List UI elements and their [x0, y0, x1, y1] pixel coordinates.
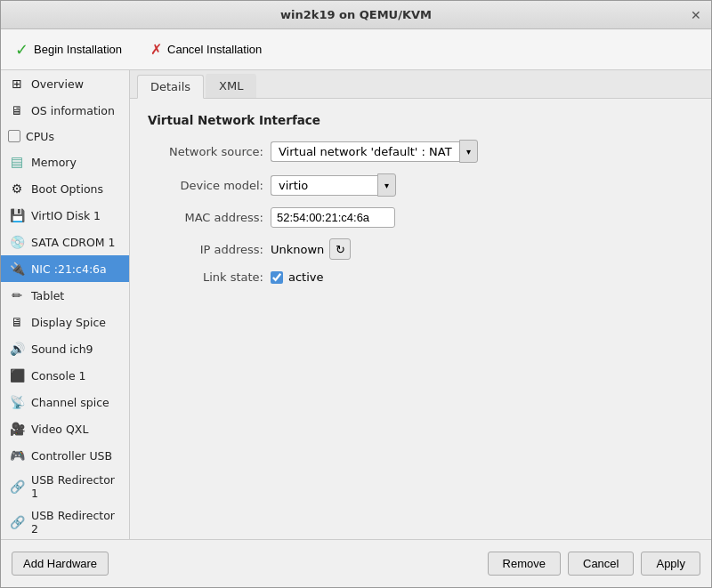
begin-installation-button[interactable]: ✓ Begin Installation: [10, 36, 127, 63]
sidebar-item-usb-redirector-2[interactable]: 🔗 USB Redirector 2: [1, 504, 129, 539]
sidebar-item-boot-options[interactable]: ⚙ Boot Options: [1, 175, 129, 202]
ip-refresh-button[interactable]: ↻: [329, 238, 351, 260]
cancel-installation-label: Cancel Installation: [167, 43, 262, 56]
cancel-button[interactable]: Cancel: [568, 552, 634, 576]
sidebar-item-label: Tablet: [31, 289, 64, 302]
ip-address-control: Unknown ↻: [271, 238, 351, 260]
toolbar: ✓ Begin Installation ✗ Cancel Installati…: [1, 29, 711, 70]
ip-address-label: IP address:: [148, 243, 263, 256]
mac-address-row: MAC address:: [148, 207, 693, 228]
link-state-control: active: [271, 270, 324, 284]
controller-icon: 🎮: [8, 447, 26, 464]
tablet-icon: ✏: [8, 286, 26, 304]
sidebar-item-label: CPUs: [26, 130, 54, 143]
titlebar: win2k19 on QEMU/KVM ✕: [1, 1, 711, 29]
sidebar-item-label: Overview: [31, 77, 84, 91]
link-state-label: Link state:: [148, 270, 263, 284]
link-state-checkbox[interactable]: [271, 271, 283, 284]
cdrom-icon: 💿: [8, 233, 26, 251]
sidebar-item-controller-usb[interactable]: 🎮 Controller USB: [1, 442, 129, 469]
disk-icon: 💾: [8, 206, 26, 224]
sidebar-item-sound-ich9[interactable]: 🔊 Sound ich9: [1, 335, 129, 362]
video-icon: 🎥: [8, 420, 26, 438]
network-source-dropdown-button[interactable]: ▾: [459, 140, 478, 163]
network-source-label: Network source:: [148, 145, 263, 158]
console-icon: ⬛: [8, 366, 26, 384]
display-icon: 🖥: [8, 313, 26, 331]
sidebar-item-overview[interactable]: ⊞ Overview: [1, 70, 129, 97]
mac-address-label: MAC address:: [148, 211, 263, 224]
network-source-select[interactable]: Virtual network 'default' : NAT: [271, 141, 459, 162]
overview-icon: ⊞: [8, 75, 26, 93]
sidebar-item-tablet[interactable]: ✏ Tablet: [1, 282, 129, 309]
tab-xml[interactable]: XML: [206, 74, 256, 98]
channel-icon: 📡: [8, 393, 26, 411]
sidebar-item-label: Video QXL: [31, 423, 88, 436]
close-button[interactable]: ✕: [688, 7, 704, 23]
sidebar-item-label: Display Spice: [31, 316, 106, 329]
sidebar-item-display-spice[interactable]: 🖥 Display Spice: [1, 309, 129, 335]
sidebar-item-label: VirtIO Disk 1: [31, 209, 101, 222]
network-source-row: Network source: Virtual network 'default…: [148, 140, 693, 163]
os-icon: 🖥: [8, 101, 26, 119]
sidebar-item-sata-cdrom[interactable]: 💿 SATA CDROM 1: [1, 229, 129, 255]
cancel-icon: ✗: [150, 41, 162, 58]
boot-icon: ⚙: [8, 180, 26, 197]
tabs-bar: Details XML: [130, 70, 711, 99]
usb2-icon: 🔗: [8, 513, 26, 531]
sidebar-item-label: USB Redirector 1: [31, 473, 122, 500]
sidebar-item-video-qxl[interactable]: 🎥 Video QXL: [1, 415, 129, 442]
mac-address-input[interactable]: [271, 207, 395, 228]
sidebar-item-virtio-disk[interactable]: 💾 VirtIO Disk 1: [1, 202, 129, 229]
ip-address-value: Unknown: [271, 243, 324, 256]
sidebar-item-memory[interactable]: ▤ Memory: [1, 149, 129, 175]
sidebar-item-cpus[interactable]: CPUs: [1, 124, 129, 149]
nic-icon: 🔌: [8, 260, 26, 278]
sidebar: ⊞ Overview 🖥 OS information CPUs ▤ Memor…: [1, 70, 130, 539]
begin-installation-label: Begin Installation: [34, 43, 122, 56]
sidebar-item-label: OS information: [31, 104, 115, 117]
link-state-text: active: [288, 270, 324, 284]
details-panel: Virtual Network Interface Network source…: [130, 99, 711, 539]
sidebar-item-usb-redirector-1[interactable]: 🔗 USB Redirector 1: [1, 469, 129, 504]
usb1-icon: 🔗: [8, 478, 26, 495]
memory-icon: ▤: [8, 153, 26, 171]
section-title: Virtual Network Interface: [148, 113, 693, 127]
device-model-label: Device model:: [148, 179, 263, 192]
sidebar-item-label: Sound ich9: [31, 342, 93, 356]
sidebar-item-nic[interactable]: 🔌 NIC :21:c4:6a: [1, 255, 129, 282]
sidebar-item-os-information[interactable]: 🖥 OS information: [1, 97, 129, 124]
link-state-row: Link state: active: [148, 270, 693, 284]
cancel-installation-button[interactable]: ✗ Cancel Installation: [145, 37, 267, 61]
window-title: win2k19 on QEMU/KVM: [24, 8, 688, 21]
device-model-dropdown-button[interactable]: ▾: [377, 173, 396, 197]
sidebar-item-label: SATA CDROM 1: [31, 236, 116, 249]
sidebar-item-channel-spice[interactable]: 📡 Channel spice: [1, 389, 129, 415]
device-model-row: Device model: virtio ▾: [148, 173, 693, 197]
apply-button[interactable]: Apply: [641, 552, 700, 576]
sidebar-item-label: Console 1: [31, 369, 86, 383]
sidebar-item-label: Controller USB: [31, 449, 112, 463]
sidebar-item-console[interactable]: ⬛ Console 1: [1, 362, 129, 389]
sidebar-item-label: USB Redirector 2: [31, 509, 122, 536]
sidebar-item-label: Boot Options: [31, 182, 103, 196]
device-model-control: virtio ▾: [271, 173, 396, 197]
device-model-select[interactable]: virtio: [271, 175, 377, 196]
sidebar-item-label: NIC :21:c4:6a: [31, 262, 107, 276]
main-content: ⊞ Overview 🖥 OS information CPUs ▤ Memor…: [1, 70, 711, 539]
sidebar-item-label: Channel spice: [31, 396, 109, 409]
remove-button[interactable]: Remove: [488, 552, 561, 576]
main-window: win2k19 on QEMU/KVM ✕ ✓ Begin Installati…: [0, 0, 712, 588]
network-source-control: Virtual network 'default' : NAT ▾: [271, 140, 478, 163]
cpu-icon: [8, 130, 20, 142]
add-hardware-button[interactable]: Add Hardware: [12, 552, 109, 576]
sidebar-item-label: Memory: [31, 156, 77, 169]
content-area: Details XML Virtual Network Interface Ne…: [130, 70, 711, 539]
bottom-bar: Add Hardware Remove Cancel Apply: [1, 539, 711, 587]
sound-icon: 🔊: [8, 340, 26, 358]
ip-address-row: IP address: Unknown ↻: [148, 238, 693, 260]
tab-details[interactable]: Details: [137, 75, 204, 99]
checkmark-icon: ✓: [15, 40, 28, 60]
